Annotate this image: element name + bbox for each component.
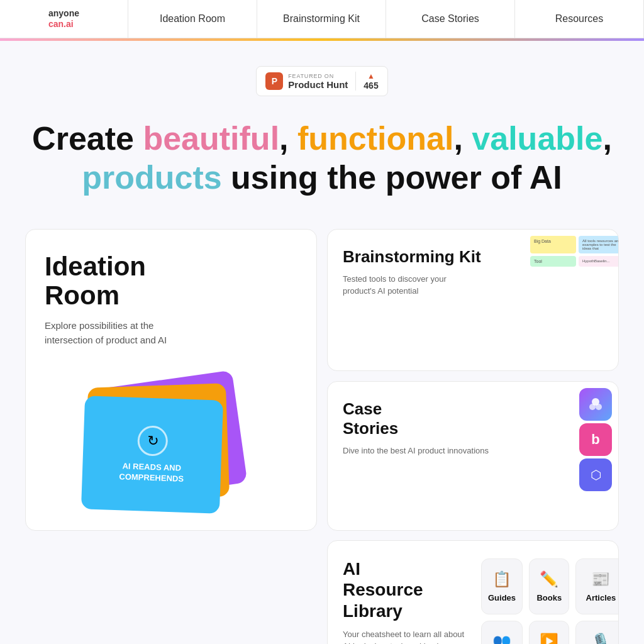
- note-2: All tools resources and examples to test…: [579, 236, 619, 253]
- case-stories-title: Case Stories: [343, 399, 603, 438]
- ph-name: Product Hunt: [288, 79, 348, 90]
- stack-card-label: AI READS AND COMPREHENDS: [94, 460, 208, 486]
- nav-item-resources[interactable]: Resources: [515, 0, 644, 38]
- logo-line1: anyone: [48, 8, 79, 19]
- svg-point-1: [589, 404, 596, 410]
- hero-products: products: [82, 159, 221, 196]
- brainstorming-kit-card[interactable]: Brainstorming Kit Tested tools to discov…: [327, 229, 619, 371]
- ideation-room-description: Explore possibilities at the intersectio…: [45, 319, 170, 347]
- navigation: anyone can.ai Ideation Room Brainstormin…: [0, 0, 644, 38]
- hero-word2: functional: [297, 120, 453, 157]
- main-content: P FEATURED ON Product Hunt ▲ 465 Create …: [0, 41, 644, 644]
- podcasts-icon: 🎙️: [591, 633, 610, 644]
- resource-library-card: AI Resource Library Your cheatsheet to l…: [327, 540, 619, 644]
- note-4: HypothBaselin...: [579, 256, 619, 267]
- books-label: Books: [536, 593, 562, 602]
- nav-item-ideation-room[interactable]: Ideation Room: [128, 0, 257, 38]
- hero-word3: valuable: [472, 120, 602, 157]
- app-icon-gradient: [579, 388, 612, 421]
- resource-info: AI Resource Library Your cheatsheet to l…: [343, 558, 469, 644]
- people-icon: 👥: [492, 633, 511, 644]
- hero-sep1: ,: [279, 120, 297, 157]
- refresh-icon: ↻: [137, 425, 169, 457]
- hero-prefix: Create: [32, 120, 143, 157]
- resource-item-guides[interactable]: 📋 Guides: [481, 558, 523, 614]
- ph-arrow-icon: ▲: [367, 72, 375, 80]
- note-3: Tool: [530, 256, 576, 267]
- ideation-illustration: ↻ AI READS AND COMPREHENDS: [45, 360, 297, 530]
- hero-sep3: ,: [602, 120, 611, 157]
- resource-description: Your cheatsheet to learn all about AI in…: [343, 628, 469, 644]
- resource-item-podcasts[interactable]: 🎙️ Podcasts: [575, 621, 619, 644]
- guides-icon: 📋: [492, 570, 511, 588]
- logo[interactable]: anyone can.ai: [0, 0, 128, 38]
- books-icon: ✏️: [540, 570, 558, 588]
- cards-stack: ↻ AI READS AND COMPREHENDS: [83, 367, 259, 530]
- ideation-room-title: Ideation Room: [45, 252, 297, 310]
- articles-icon: 📰: [591, 570, 610, 588]
- hero-heading: Create beautiful, functional, valuable, …: [25, 119, 619, 197]
- brainstorming-description: Tested tools to discover your product's …: [343, 273, 456, 297]
- case-app-icons: b ⬡: [579, 388, 612, 491]
- resource-grid: 📋 Guides ✏️ Books 📰 Articles 👥 People ▶️: [481, 558, 619, 644]
- videos-icon: ▶️: [540, 633, 558, 644]
- nav-item-case-stories[interactable]: Case Stories: [386, 0, 515, 38]
- resource-item-people[interactable]: 👥 People: [481, 621, 523, 644]
- product-hunt-badge[interactable]: P FEATURED ON Product Hunt ▲ 465: [256, 66, 387, 96]
- logo-line2: can.ai: [48, 19, 79, 30]
- cards-grid: Ideation Room Explore possibilities at t…: [25, 229, 619, 644]
- hero-word1: beautiful: [143, 120, 279, 157]
- app-icon-purple: ⬡: [579, 458, 612, 491]
- product-hunt-icon: P: [265, 72, 283, 90]
- resource-item-books[interactable]: ✏️ Books: [529, 558, 569, 614]
- resource-title: AI Resource Library: [343, 558, 469, 622]
- ideation-room-card[interactable]: Ideation Room Explore possibilities at t…: [25, 229, 317, 531]
- ph-featured-label: FEATURED ON: [288, 73, 348, 79]
- ph-vote: ▲ 465: [355, 72, 378, 91]
- hero-sep2: ,: [453, 120, 472, 157]
- app-icon-pink: b: [579, 423, 612, 456]
- hero-suffix: using the power of AI: [222, 159, 562, 196]
- nav-items: Ideation Room Brainstorming Kit Case Sto…: [128, 0, 644, 38]
- case-stories-description: Dive into the best AI product innovation…: [343, 445, 603, 457]
- product-hunt-text: FEATURED ON Product Hunt: [288, 73, 348, 90]
- ph-count: 465: [364, 80, 378, 91]
- guides-label: Guides: [488, 593, 516, 602]
- nav-item-brainstorming-kit[interactable]: Brainstorming Kit: [257, 0, 386, 38]
- resource-item-articles[interactable]: 📰 Articles: [575, 558, 619, 614]
- stack-card-blue: ↻ AI READS AND COMPREHENDS: [81, 396, 223, 514]
- resource-item-videos[interactable]: ▶️ Videos: [529, 621, 569, 644]
- brainstorming-preview: Big Data All tools resources and example…: [530, 236, 619, 267]
- case-stories-card[interactable]: Case Stories Dive into the best AI produ…: [327, 381, 619, 531]
- note-1: Big Data: [530, 236, 576, 253]
- svg-point-2: [596, 404, 602, 410]
- articles-label: Articles: [586, 593, 616, 602]
